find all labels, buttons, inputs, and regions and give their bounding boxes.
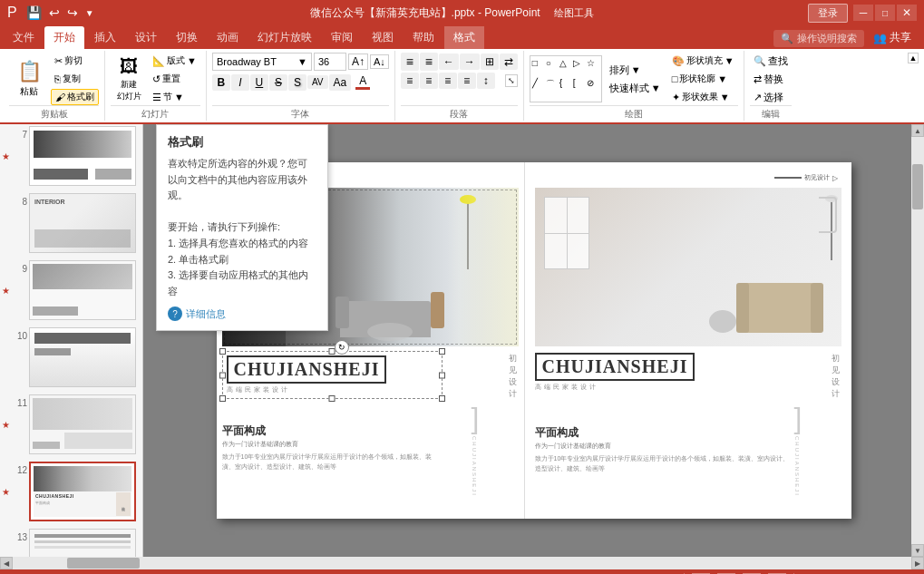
bold-button[interactable]: B [212, 74, 230, 91]
align-right-button[interactable]: ≡ [439, 73, 457, 89]
slide-thumb-7[interactable]: ★ 7 [0, 124, 142, 188]
strikethrough-button[interactable]: S [269, 74, 287, 91]
shape-selector[interactable]: □○△▷☆ ╱⌒{[⊘ [530, 55, 602, 102]
cut-button[interactable]: ✂ 剪切 [51, 53, 99, 69]
shape-outline-button[interactable]: □ 形状轮廓 ▼ [668, 71, 738, 87]
slide-thumb-11[interactable]: ★ 11 [0, 393, 142, 456]
editing-label: 编辑 [750, 105, 792, 121]
app-logo-icon: P [7, 5, 17, 21]
login-button[interactable]: 登录 [808, 4, 848, 23]
font-group: Broadway BT▼ 36 A↑ A↓ B I U S S AV Aa A [207, 51, 395, 121]
font-color-button[interactable]: A [352, 73, 374, 92]
slide-thumb-10[interactable]: 10 [0, 326, 142, 389]
slide-thumb-13[interactable]: 13 [0, 527, 142, 557]
quick-more-icon[interactable]: ▼ [83, 6, 96, 20]
slide-thumb-9[interactable]: ★ 9 [0, 258, 142, 322]
clipboard-label: 剪贴板 [9, 105, 99, 121]
slide-number-13: 13 [13, 529, 27, 542]
slide-right: 初见设计 ▷ [530, 162, 847, 519]
align-center-button[interactable]: ≡ [420, 73, 438, 89]
scroll-thumb[interactable] [912, 164, 923, 209]
menu-item-file[interactable]: 文件 [4, 26, 44, 49]
right-deco: 初见设计 ] CHUJIANSHEJI [472, 353, 517, 509]
columns-button[interactable]: ⊞ [481, 54, 499, 70]
case-button[interactable]: Aa [329, 74, 352, 91]
drawing-group: □○△▷☆ ╱⌒{[⊘ 排列 ▼ 快速样式 ▼ 🎨 形状填充 ▼ □ 形状轮廓 … [524, 51, 744, 121]
indent-more-button[interactable]: → [460, 54, 480, 70]
numbering-button[interactable]: ≡ [420, 53, 438, 71]
title-bar-right: 登录 ─ □ ✕ [808, 4, 917, 23]
copy-button[interactable]: ⎘ 复制 [51, 71, 99, 87]
title-selection-area[interactable]: CHUJIANSHEJI 高端民家装设计 [222, 351, 443, 399]
pinmian-sub-text: 作为一门设计基础课的教育 [222, 440, 443, 449]
direction-button[interactable]: ⇄ [500, 54, 518, 70]
search-box[interactable]: 🔍 操作说明搜索 [773, 30, 864, 47]
indent-less-button[interactable]: ← [439, 54, 459, 70]
section-button[interactable]: ☰ 节 ▼ [149, 89, 200, 105]
quick-redo-icon[interactable]: ↪ [65, 4, 80, 22]
scroll-left-button[interactable]: ◀ [0, 557, 13, 569]
close-button[interactable]: ✕ [897, 5, 917, 21]
slides-label: 幻灯片 [111, 105, 200, 121]
search-label: 操作说明搜索 [797, 32, 857, 45]
reset-button[interactable]: ↺ 重置 [149, 71, 200, 87]
para-row1: ≡ ≡ ← → ⊞ ⇄ [401, 53, 518, 71]
scroll-down-button[interactable]: ▼ [911, 544, 924, 557]
menu-item-design[interactable]: 设计 [126, 26, 166, 49]
bullets-button[interactable]: ≡ [401, 53, 419, 71]
new-slide-button[interactable]: 🖼 新建幻灯片 [111, 54, 147, 104]
shape-fill-button[interactable]: 🎨 形状填充 ▼ [668, 53, 738, 69]
tooltip-detail-link[interactable]: ? 详细信息 [168, 306, 316, 321]
font-shrink-button[interactable]: A↓ [370, 54, 389, 69]
ribbon-expand[interactable]: ▲ [906, 51, 920, 121]
line-spacing-button[interactable]: ↕ [477, 73, 495, 89]
menu-item-animation[interactable]: 动画 [208, 26, 248, 49]
minimize-button[interactable]: ─ [853, 5, 873, 21]
layout-button[interactable]: 📐 版式 ▼ [149, 53, 200, 69]
pinmian-section: 平面构成 作为一门设计基础课的教育 致力于10年专业室内展厅设计学厅展应运用于设… [222, 423, 443, 472]
arrange-button[interactable]: 排列 ▼ [606, 62, 665, 78]
font-grow-button[interactable]: A↑ [348, 54, 368, 70]
slide-number-9: 9 [13, 260, 27, 274]
quick-save-icon[interactable]: 💾 [24, 4, 44, 22]
italic-button[interactable]: I [231, 74, 249, 91]
font-controls: Broadway BT▼ 36 A↑ A↓ B I U S S AV Aa A [212, 53, 389, 105]
menu-item-help[interactable]: 帮助 [404, 26, 443, 49]
title-bar: P 💾 ↩ ↪ ▼ 微信公众号【新蒲英充电站】.pptx - PowerPoin… [0, 0, 924, 25]
scroll-right-button[interactable]: ▶ [911, 557, 924, 569]
scroll-thumb-h[interactable] [67, 558, 140, 569]
quick-styles-button[interactable]: 快速样式 ▼ [606, 80, 665, 96]
kerning-button[interactable]: AV [307, 75, 328, 89]
menu-item-review[interactable]: 审阅 [322, 26, 362, 49]
menu-item-format[interactable]: 格式 [444, 26, 484, 49]
paste-button[interactable]: 📋 粘贴 [9, 54, 49, 104]
font-name-selector[interactable]: Broadway BT▼ [212, 53, 312, 71]
window-title: 微信公众号【新蒲英充电站】.pptx - PowerPoint 绘图工具 [96, 5, 808, 21]
justify-button[interactable]: ≡ [458, 73, 476, 89]
quick-undo-icon[interactable]: ↩ [47, 4, 62, 22]
share-button[interactable]: 👥 共享 [864, 26, 920, 49]
menu-item-transition[interactable]: 切换 [167, 26, 207, 49]
align-left-button[interactable]: ≡ [401, 73, 419, 89]
shape-effects-button[interactable]: ✦ 形状效果 ▼ [668, 89, 738, 105]
slide-thumb-12[interactable]: ★ 12 CHUJIANSHEJI 平面构成 初见设计 [0, 460, 142, 523]
scroll-up-button[interactable]: ▲ [911, 124, 924, 137]
right-scrollbar[interactable]: ▲ ▼ [911, 124, 924, 557]
menu-item-insert[interactable]: 插入 [85, 26, 125, 49]
font-size-selector[interactable]: 36 [314, 53, 346, 71]
format-painter-button[interactable]: 🖌 格式刷 [51, 89, 99, 105]
paragraph-group: ≡ ≡ ← → ⊞ ⇄ ≡ ≡ ≡ ≡ ↕ ⤡ 段落 [395, 51, 524, 121]
shadow-button[interactable]: S [288, 74, 306, 91]
slide-thumb-8[interactable]: 8 INTERIOR [0, 191, 142, 255]
window-controls: ─ □ ✕ [853, 5, 917, 21]
rotate-handle[interactable]: ↻ [335, 340, 349, 355]
find-button[interactable]: 🔍 查找 [750, 53, 792, 69]
maximize-button[interactable]: □ [875, 5, 895, 21]
select-button[interactable]: ↗ 选择 [750, 89, 792, 105]
menu-item-slideshow[interactable]: 幻灯片放映 [248, 26, 321, 49]
underline-button[interactable]: U [250, 74, 268, 91]
menu-item-start[interactable]: 开始 [44, 26, 84, 49]
para-expand-icon[interactable]: ⤡ [505, 74, 518, 87]
menu-item-view[interactable]: 视图 [363, 26, 403, 49]
replace-button[interactable]: ⇄ 替换 [750, 71, 792, 87]
